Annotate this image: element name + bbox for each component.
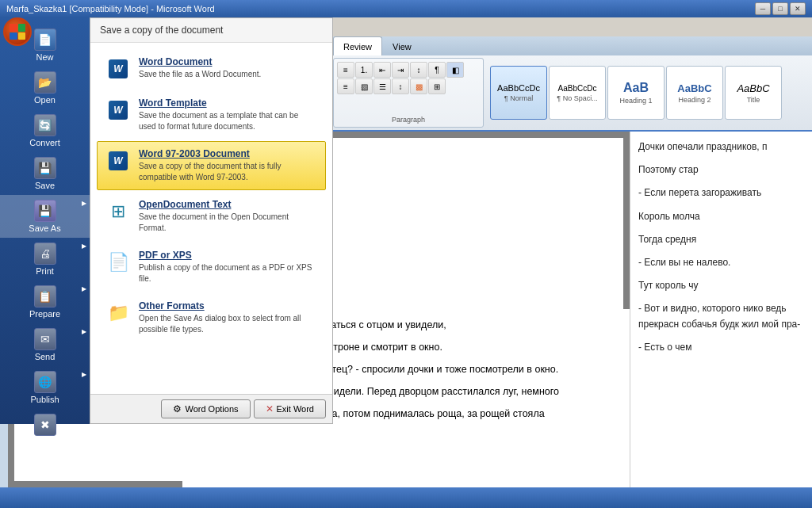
word-doc-icon-w: W [109, 59, 128, 78]
save-option-pdf-title[interactable]: PDF or XPS [139, 250, 317, 261]
exit-word-button[interactable]: ✕ Exit Word [254, 399, 326, 418]
save-option-odt[interactable]: ⊞ OpenDocument Text Save the document in… [97, 192, 326, 241]
menu-nav-prepare[interactable]: 📋 Prepare [0, 281, 90, 323]
other-icon: 📁 [105, 300, 131, 326]
style-normal[interactable]: AaBbCcDc ¶ Normal [490, 66, 547, 120]
save-option-odt-text: OpenDocument Text Save the document in t… [139, 199, 317, 234]
save-option-template[interactable]: W Word Template Save the document as a t… [97, 90, 326, 139]
close-button[interactable]: ✕ [790, 2, 806, 15]
right-text-5: - Если вы не налево. [638, 255, 804, 270]
title-bar: Marfa_Skazka1 [Compatibility Mode] - Mic… [0, 0, 812, 17]
outdent-btn[interactable]: ⇤ [373, 62, 391, 78]
exit-word-icon: ✕ [266, 403, 274, 414]
align-center-btn[interactable]: ≡ [337, 78, 354, 94]
title-bar-left: Marfa_Skazka1 [Compatibility Mode] - Mic… [6, 4, 215, 13]
save-option-template-text: Word Template Save the document as a tem… [139, 97, 317, 132]
menu-nav-publish-label: Publish [30, 395, 59, 404]
maximize-button[interactable]: □ [772, 2, 788, 15]
style-normal-sample: AaBbCcDc [497, 83, 540, 93]
style-heading2-label: Heading 2 [678, 96, 710, 104]
word-options-button[interactable]: ⚙ Word Options [161, 399, 250, 418]
save-option-word-doc-text: Word Document Save the file as a Word Do… [139, 56, 317, 80]
odt-icon: ⊞ [105, 199, 131, 224]
title-bar-title: Marfa_Skazka1 [Compatibility Mode] - Mic… [6, 4, 215, 13]
save-option-other-desc: Open the Save As dialog box to select fr… [139, 313, 317, 335]
paragraph-label: Paragraph [337, 116, 480, 124]
align-left-btn[interactable]: ◧ [446, 62, 464, 78]
convert-icon: 🔄 [34, 114, 56, 136]
menu-nav-panel: 📄 New 📂 Open 🔄 Convert 💾 Save 💾 Save As … [0, 17, 90, 424]
line-spacing-btn[interactable]: ↕ [392, 78, 409, 94]
shading-btn[interactable]: ▩ [410, 78, 427, 94]
style-normal-label: ¶ Normal [504, 94, 533, 102]
menu-nav-convert[interactable]: 🔄 Convert [0, 109, 90, 152]
save-option-97-2003[interactable]: W Word 97-2003 Document Save a copy of t… [97, 141, 326, 190]
word-doc-icon: W [105, 56, 131, 82]
style-title-label: Title [747, 96, 760, 104]
right-text-4: Тогда средня [638, 232, 804, 247]
save-option-word-doc[interactable]: W Word Document Save the file as a Word … [97, 49, 326, 89]
right-text-7: - Вот и видно, которого нико ведь прекра… [638, 301, 804, 331]
style-heading1-label: Heading 1 [619, 97, 652, 105]
save-option-97-2003-title[interactable]: Word 97-2003 Document [139, 148, 317, 159]
template-icon: W [105, 97, 131, 123]
save-option-word-doc-title[interactable]: Word Document [139, 56, 317, 67]
align-right-btn[interactable]: ▧ [355, 78, 373, 94]
menu-nav-convert-label: Convert [29, 138, 60, 147]
show-marks-btn[interactable]: ¶ [428, 62, 446, 78]
style-title-sample: AaBbC [737, 82, 769, 94]
style-nospace-sample: AaBbCcDc [558, 84, 597, 93]
styles-section: AaBbCcDc ¶ Normal AaBbCcDc ¶ No Spaci...… [490, 58, 782, 128]
save-option-pdf-desc: Publish a copy of the document as a PDF … [139, 262, 317, 285]
save-option-template-desc: Save the document as a template that can… [139, 110, 317, 132]
office-logo-icon [10, 24, 25, 40]
style-title[interactable]: AaBbC Title [725, 66, 782, 120]
menu-nav-print[interactable]: 🖨 Print [0, 238, 90, 281]
word-options-label: Word Options [185, 404, 238, 414]
tab-view[interactable]: View [382, 36, 422, 55]
save-option-pdf-text: PDF or XPS Publish a copy of the documen… [139, 250, 317, 285]
list-numbers-btn[interactable]: 1. [355, 62, 373, 78]
save-option-pdf[interactable]: 📄 PDF or XPS Publish a copy of the docum… [97, 243, 326, 292]
new-icon: 📄 [34, 29, 56, 51]
tab-review[interactable]: Review [333, 36, 382, 55]
save-option-odt-title[interactable]: OpenDocument Text [139, 199, 317, 210]
menu-nav-close[interactable]: ✖ Close [0, 409, 90, 452]
right-sidebar: Дочки опечали праздников, п Поэтому стар… [630, 132, 812, 487]
list-bullets-btn[interactable]: ≡ [337, 62, 354, 78]
menu-nav-save[interactable]: 💾 Save [0, 152, 90, 195]
exit-word-label: Exit Word [277, 404, 314, 414]
title-bar-buttons[interactable]: ─ □ ✕ [755, 2, 806, 15]
paragraph-section: ≡ 1. ⇤ ⇥ ↕ ¶ ◧ ≡ ▧ ☰ ↕ ▩ ⊞ Paragraph [333, 58, 484, 128]
save-option-template-title[interactable]: Word Template [139, 97, 317, 109]
menu-nav-send[interactable]: ✉ Send [0, 323, 90, 366]
sort-btn[interactable]: ↕ [410, 62, 427, 78]
save-option-other-title[interactable]: Other Formats [139, 300, 317, 311]
word-options-icon: ⚙ [173, 403, 182, 414]
save-option-97-2003-text: Word 97-2003 Document Save a copy of the… [139, 148, 317, 183]
indent-btn[interactable]: ⇥ [392, 62, 409, 78]
send-icon: ✉ [34, 328, 56, 350]
save-option-97-2003-desc: Save a copy of the document that is full… [139, 161, 317, 183]
menu-nav-save-as[interactable]: 💾 Save As [0, 195, 90, 238]
style-heading2[interactable]: AaBbC Heading 2 [666, 66, 723, 120]
menu-nav-publish[interactable]: 🌐 Publish [0, 366, 90, 409]
style-heading1[interactable]: AaB Heading 1 [607, 66, 665, 120]
save-options-list: W Word Document Save the file as a Word … [90, 43, 332, 394]
right-text-8: - Есть о чем [638, 340, 804, 355]
borders-btn[interactable]: ⊞ [428, 78, 446, 94]
menu-save-header: Save a copy of the document [90, 18, 332, 43]
save-option-other[interactable]: 📁 Other Formats Open the Save As dialog … [97, 293, 326, 342]
compat-icon: W [105, 148, 131, 174]
office-button[interactable] [3, 17, 32, 46]
right-text-0: Дочки опечали праздников, п [638, 139, 804, 155]
minimize-button[interactable]: ─ [755, 2, 771, 15]
style-nospace[interactable]: AaBbCcDc ¶ No Spaci... [549, 66, 606, 120]
print-icon: 🖨 [34, 243, 56, 265]
menu-nav-open[interactable]: 📂 Open [0, 67, 90, 109]
template-icon-w: W [109, 101, 128, 120]
justify-btn[interactable]: ☰ [373, 78, 391, 94]
prepare-icon: 📋 [34, 285, 56, 307]
pdf-icon: 📄 [105, 250, 131, 275]
style-heading1-sample: AaB [623, 81, 649, 95]
